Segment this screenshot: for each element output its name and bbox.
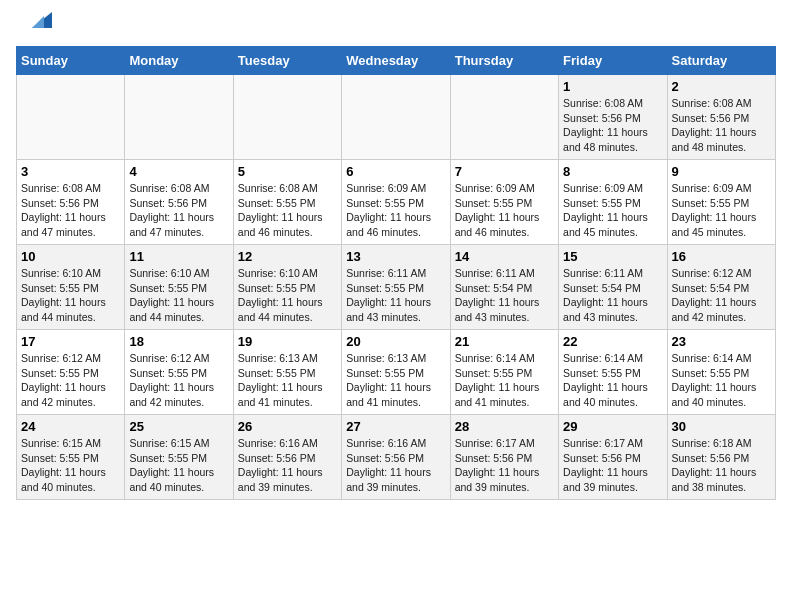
calendar-cell: 1Sunrise: 6:08 AM Sunset: 5:56 PM Daylig… <box>559 75 667 160</box>
day-info: Sunrise: 6:10 AM Sunset: 5:55 PM Dayligh… <box>129 266 228 325</box>
day-number: 29 <box>563 419 662 434</box>
svg-marker-1 <box>32 16 44 28</box>
calendar-cell: 24Sunrise: 6:15 AM Sunset: 5:55 PM Dayli… <box>17 415 125 500</box>
weekday-header-wednesday: Wednesday <box>342 47 450 75</box>
weekday-header-saturday: Saturday <box>667 47 775 75</box>
day-info: Sunrise: 6:08 AM Sunset: 5:55 PM Dayligh… <box>238 181 337 240</box>
day-number: 14 <box>455 249 554 264</box>
day-info: Sunrise: 6:11 AM Sunset: 5:55 PM Dayligh… <box>346 266 445 325</box>
calendar-cell: 4Sunrise: 6:08 AM Sunset: 5:56 PM Daylig… <box>125 160 233 245</box>
calendar-cell: 11Sunrise: 6:10 AM Sunset: 5:55 PM Dayli… <box>125 245 233 330</box>
day-number: 9 <box>672 164 771 179</box>
calendar-cell: 9Sunrise: 6:09 AM Sunset: 5:55 PM Daylig… <box>667 160 775 245</box>
day-number: 30 <box>672 419 771 434</box>
calendar-cell: 28Sunrise: 6:17 AM Sunset: 5:56 PM Dayli… <box>450 415 558 500</box>
calendar-cell: 6Sunrise: 6:09 AM Sunset: 5:55 PM Daylig… <box>342 160 450 245</box>
calendar-cell <box>450 75 558 160</box>
day-info: Sunrise: 6:17 AM Sunset: 5:56 PM Dayligh… <box>563 436 662 495</box>
day-number: 7 <box>455 164 554 179</box>
day-number: 19 <box>238 334 337 349</box>
calendar-cell: 8Sunrise: 6:09 AM Sunset: 5:55 PM Daylig… <box>559 160 667 245</box>
day-number: 13 <box>346 249 445 264</box>
calendar-table: SundayMondayTuesdayWednesdayThursdayFrid… <box>16 46 776 500</box>
calendar-cell: 12Sunrise: 6:10 AM Sunset: 5:55 PM Dayli… <box>233 245 341 330</box>
day-info: Sunrise: 6:14 AM Sunset: 5:55 PM Dayligh… <box>455 351 554 410</box>
calendar-cell: 29Sunrise: 6:17 AM Sunset: 5:56 PM Dayli… <box>559 415 667 500</box>
calendar-week-row: 1Sunrise: 6:08 AM Sunset: 5:56 PM Daylig… <box>17 75 776 160</box>
day-info: Sunrise: 6:09 AM Sunset: 5:55 PM Dayligh… <box>563 181 662 240</box>
day-info: Sunrise: 6:09 AM Sunset: 5:55 PM Dayligh… <box>672 181 771 240</box>
day-number: 8 <box>563 164 662 179</box>
day-info: Sunrise: 6:10 AM Sunset: 5:55 PM Dayligh… <box>21 266 120 325</box>
day-number: 22 <box>563 334 662 349</box>
calendar-cell: 10Sunrise: 6:10 AM Sunset: 5:55 PM Dayli… <box>17 245 125 330</box>
day-number: 18 <box>129 334 228 349</box>
calendar-cell: 18Sunrise: 6:12 AM Sunset: 5:55 PM Dayli… <box>125 330 233 415</box>
day-number: 28 <box>455 419 554 434</box>
calendar-week-row: 17Sunrise: 6:12 AM Sunset: 5:55 PM Dayli… <box>17 330 776 415</box>
calendar-cell: 2Sunrise: 6:08 AM Sunset: 5:56 PM Daylig… <box>667 75 775 160</box>
calendar-cell: 15Sunrise: 6:11 AM Sunset: 5:54 PM Dayli… <box>559 245 667 330</box>
weekday-header-row: SundayMondayTuesdayWednesdayThursdayFrid… <box>17 47 776 75</box>
calendar-cell: 23Sunrise: 6:14 AM Sunset: 5:55 PM Dayli… <box>667 330 775 415</box>
calendar-cell: 17Sunrise: 6:12 AM Sunset: 5:55 PM Dayli… <box>17 330 125 415</box>
day-number: 24 <box>21 419 120 434</box>
day-number: 20 <box>346 334 445 349</box>
day-number: 27 <box>346 419 445 434</box>
calendar-cell: 7Sunrise: 6:09 AM Sunset: 5:55 PM Daylig… <box>450 160 558 245</box>
calendar-cell <box>342 75 450 160</box>
day-info: Sunrise: 6:11 AM Sunset: 5:54 PM Dayligh… <box>563 266 662 325</box>
day-info: Sunrise: 6:13 AM Sunset: 5:55 PM Dayligh… <box>238 351 337 410</box>
calendar-cell: 14Sunrise: 6:11 AM Sunset: 5:54 PM Dayli… <box>450 245 558 330</box>
day-number: 5 <box>238 164 337 179</box>
weekday-header-sunday: Sunday <box>17 47 125 75</box>
day-info: Sunrise: 6:16 AM Sunset: 5:56 PM Dayligh… <box>238 436 337 495</box>
day-number: 11 <box>129 249 228 264</box>
day-info: Sunrise: 6:08 AM Sunset: 5:56 PM Dayligh… <box>129 181 228 240</box>
day-info: Sunrise: 6:12 AM Sunset: 5:55 PM Dayligh… <box>21 351 120 410</box>
day-info: Sunrise: 6:14 AM Sunset: 5:55 PM Dayligh… <box>672 351 771 410</box>
day-info: Sunrise: 6:15 AM Sunset: 5:55 PM Dayligh… <box>129 436 228 495</box>
day-info: Sunrise: 6:14 AM Sunset: 5:55 PM Dayligh… <box>563 351 662 410</box>
calendar-cell: 25Sunrise: 6:15 AM Sunset: 5:55 PM Dayli… <box>125 415 233 500</box>
day-number: 15 <box>563 249 662 264</box>
day-info: Sunrise: 6:12 AM Sunset: 5:55 PM Dayligh… <box>129 351 228 410</box>
day-info: Sunrise: 6:08 AM Sunset: 5:56 PM Dayligh… <box>21 181 120 240</box>
weekday-header-monday: Monday <box>125 47 233 75</box>
calendar-cell: 27Sunrise: 6:16 AM Sunset: 5:56 PM Dayli… <box>342 415 450 500</box>
logo-icon <box>22 10 52 32</box>
day-number: 16 <box>672 249 771 264</box>
day-info: Sunrise: 6:09 AM Sunset: 5:55 PM Dayligh… <box>455 181 554 240</box>
day-number: 23 <box>672 334 771 349</box>
weekday-header-tuesday: Tuesday <box>233 47 341 75</box>
day-number: 6 <box>346 164 445 179</box>
weekday-header-friday: Friday <box>559 47 667 75</box>
day-number: 10 <box>21 249 120 264</box>
calendar-cell: 30Sunrise: 6:18 AM Sunset: 5:56 PM Dayli… <box>667 415 775 500</box>
calendar-cell <box>17 75 125 160</box>
logo <box>16 16 52 38</box>
day-number: 17 <box>21 334 120 349</box>
day-number: 3 <box>21 164 120 179</box>
day-number: 1 <box>563 79 662 94</box>
calendar-cell: 20Sunrise: 6:13 AM Sunset: 5:55 PM Dayli… <box>342 330 450 415</box>
calendar-cell <box>233 75 341 160</box>
day-info: Sunrise: 6:17 AM Sunset: 5:56 PM Dayligh… <box>455 436 554 495</box>
day-number: 26 <box>238 419 337 434</box>
day-info: Sunrise: 6:13 AM Sunset: 5:55 PM Dayligh… <box>346 351 445 410</box>
calendar-cell: 19Sunrise: 6:13 AM Sunset: 5:55 PM Dayli… <box>233 330 341 415</box>
day-info: Sunrise: 6:08 AM Sunset: 5:56 PM Dayligh… <box>672 96 771 155</box>
page-header <box>16 16 776 38</box>
day-info: Sunrise: 6:18 AM Sunset: 5:56 PM Dayligh… <box>672 436 771 495</box>
day-info: Sunrise: 6:10 AM Sunset: 5:55 PM Dayligh… <box>238 266 337 325</box>
day-info: Sunrise: 6:09 AM Sunset: 5:55 PM Dayligh… <box>346 181 445 240</box>
calendar-cell: 3Sunrise: 6:08 AM Sunset: 5:56 PM Daylig… <box>17 160 125 245</box>
calendar-cell: 5Sunrise: 6:08 AM Sunset: 5:55 PM Daylig… <box>233 160 341 245</box>
calendar-cell: 26Sunrise: 6:16 AM Sunset: 5:56 PM Dayli… <box>233 415 341 500</box>
day-info: Sunrise: 6:15 AM Sunset: 5:55 PM Dayligh… <box>21 436 120 495</box>
calendar-week-row: 3Sunrise: 6:08 AM Sunset: 5:56 PM Daylig… <box>17 160 776 245</box>
calendar-week-row: 24Sunrise: 6:15 AM Sunset: 5:55 PM Dayli… <box>17 415 776 500</box>
weekday-header-thursday: Thursday <box>450 47 558 75</box>
day-info: Sunrise: 6:16 AM Sunset: 5:56 PM Dayligh… <box>346 436 445 495</box>
calendar-cell: 13Sunrise: 6:11 AM Sunset: 5:55 PM Dayli… <box>342 245 450 330</box>
